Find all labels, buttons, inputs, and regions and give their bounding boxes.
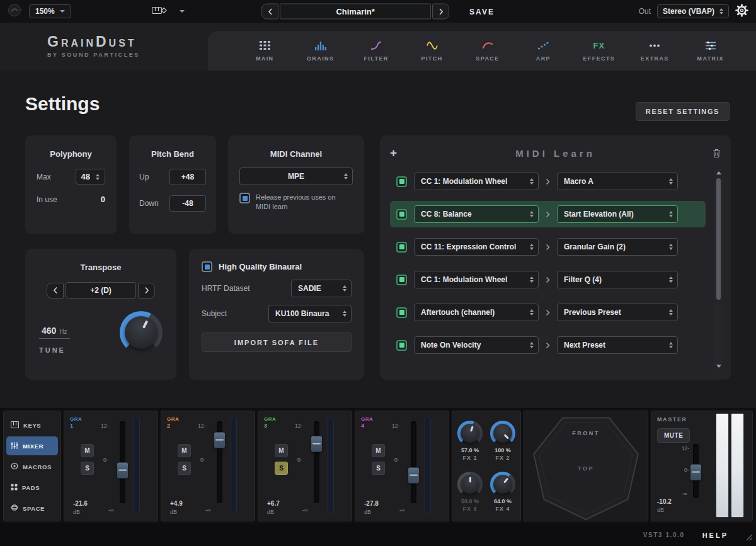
midi-source-select[interactable]: Note On Velocity [414, 336, 539, 354]
select-chevrons-icon [669, 342, 673, 348]
main-tab-bar: MAIN GRAINS FILTER PITCH SPACE ARP [208, 31, 756, 71]
mapping-enabled-checkbox[interactable] [396, 242, 407, 253]
hrtf-dataset-select[interactable]: SADIE [291, 280, 352, 297]
midi-target-select[interactable]: Filter Q (4) [557, 271, 678, 288]
midi-source-select[interactable]: CC 1: Modulation Wheel [414, 173, 539, 190]
previous-preset-button[interactable] [261, 4, 278, 20]
trash-icon[interactable] [703, 149, 721, 158]
nav-pads[interactable]: PADS [6, 478, 58, 497]
subject-select[interactable]: KU100 Binaura [268, 305, 352, 322]
mapping-enabled-checkbox[interactable] [396, 209, 407, 220]
next-preset-button[interactable] [432, 4, 449, 20]
space-visualizer[interactable]: FRONT TOP [524, 411, 648, 521]
channel-meter [231, 418, 237, 513]
nav-macros[interactable]: MACROS [6, 457, 58, 476]
scroll-down-icon[interactable] [716, 365, 721, 368]
mapping-enabled-checkbox[interactable] [396, 340, 407, 351]
master-mute-button[interactable]: MUTE [657, 428, 690, 443]
preset-name-field[interactable]: Chimarin* [280, 4, 431, 20]
channel-fader[interactable] [314, 421, 319, 503]
midi-target-select[interactable]: Granular Gain (2) [557, 238, 678, 256]
max-polyphony-stepper[interactable]: 48 [76, 169, 105, 185]
midi-target-select[interactable]: Macro A [557, 173, 678, 190]
scrollbar-thumb[interactable] [716, 178, 721, 300]
channel-meter [134, 418, 140, 513]
fx1-knob[interactable] [457, 421, 483, 446]
zoom-select[interactable]: 150% [29, 4, 71, 18]
top-label: TOP [578, 465, 594, 472]
bend-down-value[interactable]: -48 [169, 195, 206, 212]
transpose-up-button[interactable] [138, 283, 155, 299]
mixer-nav: KEYS MIXER MACROS PADS SPACE [3, 411, 61, 521]
scrollbar[interactable] [714, 168, 723, 371]
channel-fader[interactable] [217, 421, 222, 503]
reset-settings-button[interactable]: RESET SETTINGS [636, 102, 730, 121]
fx4-knob[interactable] [490, 472, 515, 497]
midi-source-select[interactable]: Aftertouch (channel) [414, 304, 539, 321]
knob-pointer-icon [503, 434, 508, 439]
ellipsis-icon [649, 40, 660, 51]
nav-space[interactable]: SPACE [6, 499, 58, 518]
fx3-knob[interactable] [457, 472, 483, 497]
solo-button[interactable]: S [81, 462, 94, 475]
device-chevron-down-icon[interactable] [180, 10, 185, 13]
fx2-knob[interactable] [490, 421, 515, 446]
nav-keys[interactable]: KEYS [6, 416, 58, 435]
tab-arp[interactable]: ARP [524, 40, 563, 62]
tab-space[interactable]: SPACE [468, 40, 507, 62]
mapping-enabled-checkbox[interactable] [396, 275, 407, 285]
mute-button[interactable]: M [81, 444, 94, 457]
tab-filter[interactable]: FILTER [357, 40, 396, 62]
midi-channel-select[interactable]: MPE [239, 168, 353, 185]
save-button[interactable]: SAVE [469, 7, 495, 16]
add-mapping-button[interactable]: + [390, 146, 408, 160]
midi-target-select[interactable]: Next Preset [557, 336, 678, 354]
knob-pointer-icon [470, 426, 474, 431]
mapping-enabled-checkbox[interactable] [396, 307, 407, 318]
settings-gear-icon[interactable] [735, 4, 748, 20]
fader-handle[interactable] [117, 463, 128, 479]
solo-button[interactable]: S [372, 462, 385, 475]
mute-button[interactable]: M [372, 444, 385, 457]
hq-binaural-checkbox[interactable] [202, 261, 212, 272]
output-format-select[interactable]: Stereo (VBAP) [657, 4, 729, 18]
fader-handle[interactable] [408, 467, 419, 483]
solo-button[interactable]: S [178, 462, 191, 475]
tab-effects[interactable]: FX EFFECTS [580, 40, 619, 62]
bend-up-value[interactable]: +48 [169, 169, 206, 185]
nav-mixer[interactable]: MIXER [6, 436, 58, 455]
midi-target-select[interactable]: Start Elevation (All) [557, 205, 678, 223]
release-previous-checkbox[interactable] [239, 193, 250, 203]
solo-button-active[interactable]: S [275, 462, 288, 475]
midi-target-select[interactable]: Previous Preset [557, 304, 678, 321]
fader-handle[interactable] [311, 436, 322, 452]
mute-button[interactable]: M [275, 444, 288, 457]
resize-grip-icon[interactable] [744, 532, 753, 543]
scroll-up-icon[interactable] [716, 171, 721, 174]
channel-fader[interactable] [120, 421, 125, 503]
mapping-enabled-checkbox[interactable] [396, 176, 407, 187]
tab-pitch[interactable]: PITCH [413, 40, 452, 62]
help-button[interactable]: HELP [702, 532, 728, 539]
mute-button[interactable]: M [178, 444, 191, 457]
fader-handle[interactable] [690, 464, 701, 480]
fader-handle[interactable] [214, 432, 225, 448]
tab-extras[interactable]: EXTRAS [635, 40, 674, 62]
master-fader[interactable] [693, 444, 699, 498]
tune-knob[interactable] [120, 311, 163, 354]
tab-main[interactable]: MAIN [245, 40, 284, 62]
tab-grains[interactable]: GRAINS [301, 40, 340, 62]
transpose-down-button[interactable] [47, 283, 64, 299]
midi-source-select[interactable]: CC 11: Expression Control [414, 238, 539, 256]
import-sofa-button[interactable]: IMPORT SOFA FILE [202, 333, 352, 352]
pads-grid-icon [11, 482, 18, 493]
transpose-value[interactable]: +2 (D) [66, 282, 136, 299]
midi-device-icon[interactable] [152, 6, 167, 18]
midi-source-select[interactable]: CC 1: Modulation Wheel [414, 271, 539, 288]
tune-value[interactable]: 460 [42, 326, 56, 336]
tab-matrix[interactable]: MATRIX [691, 40, 730, 62]
mixer-channel-4: GRA4 M S 12- 0- -∞ -27.8dB [355, 411, 449, 521]
channel-fader[interactable] [411, 421, 416, 503]
midi-source-select[interactable]: CC 8: Balance [414, 205, 539, 223]
select-chevrons-icon [343, 285, 346, 292]
